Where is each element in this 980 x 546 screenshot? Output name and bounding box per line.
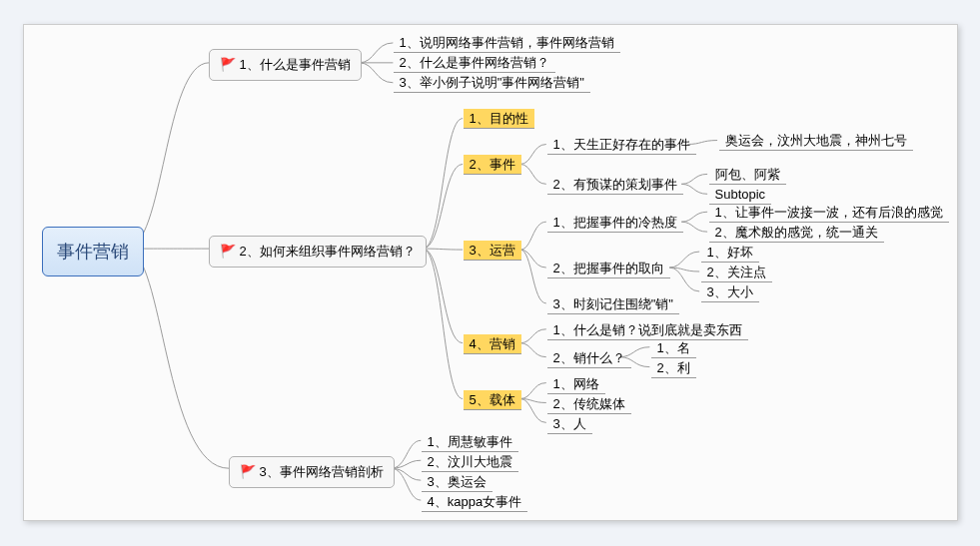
node-car-2[interactable]: 2、传统媒体 xyxy=(547,394,631,414)
node-event-2[interactable]: 2、有预谋的策划事件 xyxy=(547,175,683,195)
main-label: 1、什么是事件营销 xyxy=(240,57,351,72)
flag-icon: 🚩 xyxy=(220,57,236,72)
node-event-2-leaf1[interactable]: 阿包、阿紫 xyxy=(709,165,786,185)
node-m3-2[interactable]: 2、汶川大地震 xyxy=(422,452,518,472)
node-op-1[interactable]: 1、把握事件的冷热度 xyxy=(547,213,683,233)
main-node-3[interactable]: 🚩3、事件网络营销剖析 xyxy=(229,456,395,488)
root-node[interactable]: 事件营销 xyxy=(42,227,144,276)
node-marketing[interactable]: 4、营销 xyxy=(464,334,521,354)
node-car-3[interactable]: 3、人 xyxy=(547,414,592,434)
node-event-1[interactable]: 1、天生正好存在的事件 xyxy=(547,135,696,155)
node-event[interactable]: 2、事件 xyxy=(464,155,521,175)
node-mkt-2-leaf2[interactable]: 2、利 xyxy=(651,358,696,378)
node-event-2-leaf2[interactable]: Subtopic xyxy=(709,185,772,205)
main-node-2[interactable]: 🚩2、如何来组织事件网络营销？ xyxy=(209,236,427,268)
node-m3-4[interactable]: 4、kappa女事件 xyxy=(422,492,528,512)
node-mkt-2-leaf1[interactable]: 1、名 xyxy=(651,338,696,358)
node-op-2-leaf3[interactable]: 3、大小 xyxy=(701,282,759,302)
node-op-3[interactable]: 3、时刻记住围绕"销" xyxy=(547,294,679,314)
node-operation[interactable]: 3、运营 xyxy=(464,241,521,261)
node-car-1[interactable]: 1、网络 xyxy=(547,374,605,394)
node-op-1-leaf2[interactable]: 2、魔术般的感觉，统一通关 xyxy=(709,223,884,243)
node-m3-1[interactable]: 1、周慧敏事件 xyxy=(422,432,518,452)
flag-icon: 🚩 xyxy=(240,464,256,479)
node-mkt-1[interactable]: 1、什么是销？说到底就是卖东西 xyxy=(547,320,748,340)
node-op-1-leaf1[interactable]: 1、让事件一波接一波，还有后浪的感觉 xyxy=(709,203,949,223)
node-m1-2[interactable]: 2、什么是事件网络营销？ xyxy=(394,53,555,73)
node-op-2-leaf1[interactable]: 1、好坏 xyxy=(701,243,759,263)
main-node-1[interactable]: 🚩1、什么是事件营销 xyxy=(209,49,362,81)
node-op-2[interactable]: 2、把握事件的取向 xyxy=(547,259,670,278)
main-label: 3、事件网络营销剖析 xyxy=(260,464,384,479)
node-m3-3[interactable]: 3、奥运会 xyxy=(422,472,492,492)
main-label: 2、如何来组织事件网络营销？ xyxy=(240,244,416,259)
node-m1-3[interactable]: 3、举小例子说明"事件网络营销" xyxy=(394,73,590,93)
node-purpose[interactable]: 1、目的性 xyxy=(464,109,534,129)
mindmap-frame: 事件营销 🚩1、什么是事件营销 🚩2、如何来组织事件网络营销？ 🚩3、事件网络营… xyxy=(23,24,958,521)
node-event-1-leaf[interactable]: 奥运会，汶州大地震，神州七号 xyxy=(719,131,913,151)
node-carrier[interactable]: 5、载体 xyxy=(464,390,521,410)
node-mkt-2[interactable]: 2、销什么？ xyxy=(547,348,631,368)
flag-icon: 🚩 xyxy=(220,244,236,259)
node-op-2-leaf2[interactable]: 2、关注点 xyxy=(701,263,772,282)
node-m1-1[interactable]: 1、说明网络事件营销，事件网络营销 xyxy=(394,33,620,53)
